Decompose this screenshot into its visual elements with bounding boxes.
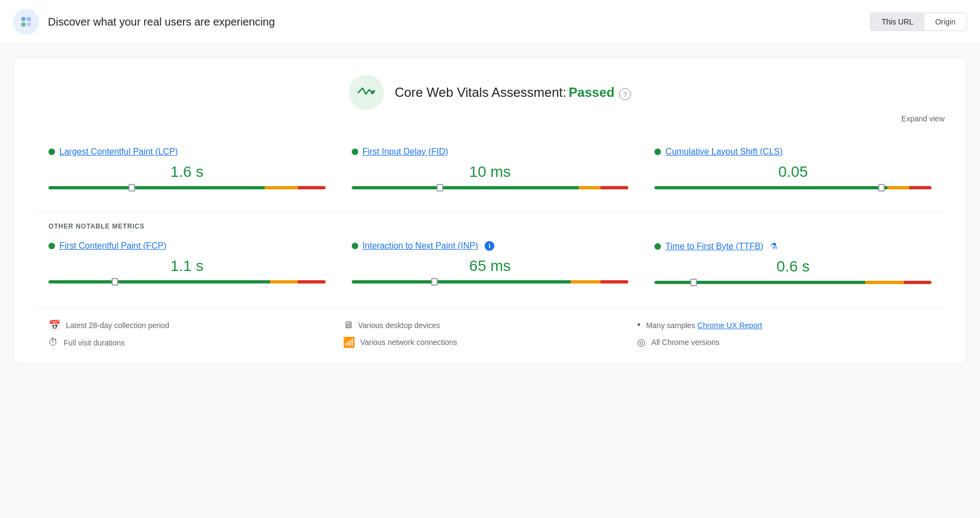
footer-text-2-1: Various desktop devices [358,321,440,330]
gauge-cls [654,186,932,189]
metric-value-cls: 0.05 [654,163,932,181]
metric-name-fcp: First Contentful Paint (FCP) [48,241,326,251]
footer-icon-2-2: 📶 [343,336,355,348]
green-dot-fcp [48,243,55,249]
metric-cell-lcp: Largest Contentful Paint (LCP)1.6 s [35,136,339,202]
cwv-label: Core Web Vitals Assessment: [395,85,566,100]
gauge-fid [352,186,629,189]
metric-name-ttfb: Time to First Byte (TTFB)⚗ [654,241,932,251]
footer-col-3: •Many samples Chrome UX Report◎All Chrom… [637,319,932,348]
gauge-marker-fid [437,184,443,192]
page-title: Discover what your real users are experi… [48,16,275,28]
footer-icon-2-1: 🖥 [343,319,353,331]
metric-cell-cls: Cumulative Layout Shift (CLS)0.05 [641,136,945,202]
footer-item-3-1: •Many samples Chrome UX Report [637,319,932,331]
svg-point-0 [21,17,26,21]
green-dot-cls [654,149,661,155]
metric-cell-ttfb: Time to First Byte (TTFB)⚗0.6 s [641,230,945,297]
gauge-marker-ttfb [690,279,697,286]
gauge-ttfb [654,281,932,284]
metric-link-ttfb[interactable]: Time to First Byte (TTFB) [665,242,763,251]
metric-link-fid[interactable]: First Input Delay (FID) [363,147,448,157]
metric-link-cls[interactable]: Cumulative Layout Shift (CLS) [665,147,782,157]
metric-name-inp: Interaction to Next Paint (INP)i [352,241,629,251]
svg-point-5 [372,90,375,92]
metric-value-fcp: 1.1 s [48,257,326,275]
footer-divider [35,308,945,309]
footer-text-3-1: Many samples Chrome UX Report [646,321,762,330]
cwv-status: Passed [569,85,615,100]
other-metrics-grid: First Contentful Paint (FCP)1.1 sInterac… [35,230,945,297]
top-bar-left: Discover what your real users are experi… [13,9,275,35]
url-toggle: This URL Origin [870,13,967,31]
metric-cell-fcp: First Contentful Paint (FCP)1.1 s [35,230,339,297]
cwv-assessment-text: Core Web Vitals Assessment: Passed ? [395,85,631,101]
footer-item-3-2: ◎All Chrome versions [637,336,932,348]
footer-item-1-1: 📅Latest 28-day collection period [48,319,343,331]
gauge-marker-inp [431,278,438,286]
cwv-icon [349,75,384,110]
gauge-lcp [48,186,326,189]
metric-link-lcp[interactable]: Largest Contentful Paint (LCP) [59,147,178,157]
metric-value-lcp: 1.6 s [48,163,326,181]
footer: 📅Latest 28-day collection period⏱Full vi… [35,319,945,348]
this-url-button[interactable]: This URL [871,13,924,30]
gauge-marker-cls [878,184,885,192]
logo-icon [13,9,39,35]
metric-value-inp: 65 ms [352,257,629,275]
footer-text-1-1: Latest 28-day collection period [66,321,169,330]
footer-item-1-2: ⏱Full visit durations [48,337,343,348]
gauge-marker-lcp [128,184,135,192]
footer-text-1-2: Full visit durations [64,338,125,347]
info-badge-inp[interactable]: i [485,241,494,251]
footer-icon-3-1: • [637,319,640,331]
footer-link-3-1[interactable]: Chrome UX Report [697,321,762,330]
footer-icon-3-2: ◎ [637,336,646,348]
footer-text-2-2: Various network connections [360,338,457,347]
top-bar: Discover what your real users are experi… [0,0,980,44]
metric-value-fid: 10 ms [352,163,629,181]
green-dot-inp [352,243,358,249]
metric-value-ttfb: 0.6 s [654,258,932,275]
other-metrics-label: OTHER NOTABLE METRICS [48,223,932,230]
metric-cell-fid: First Input Delay (FID)10 ms [339,136,642,202]
svg-point-3 [27,22,31,27]
svg-point-2 [21,22,26,27]
footer-item-2-2: 📶Various network connections [343,336,638,348]
expand-view[interactable]: Expand view [35,114,945,123]
divider [35,211,945,212]
green-dot-fid [352,149,358,155]
flask-icon-ttfb: ⚗ [770,241,777,251]
cwv-card: Core Web Vitals Assessment: Passed ? Exp… [13,57,967,364]
metric-link-inp[interactable]: Interaction to Next Paint (INP) [363,241,479,251]
metric-cell-inp: Interaction to Next Paint (INP)i65 ms [339,230,642,297]
metric-link-fcp[interactable]: First Contentful Paint (FCP) [59,241,167,251]
footer-col-1: 📅Latest 28-day collection period⏱Full vi… [48,319,343,348]
green-dot-ttfb [654,243,661,250]
footer-icon-1-1: 📅 [48,319,60,331]
green-dot-lcp [48,149,55,155]
origin-button[interactable]: Origin [924,13,966,30]
core-metrics-grid: Largest Contentful Paint (LCP)1.6 sFirst… [35,136,945,202]
main-content: Core Web Vitals Assessment: Passed ? Exp… [0,44,980,377]
metric-name-fid: First Input Delay (FID) [352,147,629,157]
footer-item-2-1: 🖥Various desktop devices [343,319,638,331]
gauge-inp [352,280,629,283]
cwv-header: Core Web Vitals Assessment: Passed ? [35,75,945,110]
gauge-fcp [48,280,326,283]
gauge-marker-fcp [112,278,118,286]
footer-col-2: 🖥Various desktop devices📶Various network… [343,319,638,348]
metric-name-cls: Cumulative Layout Shift (CLS) [654,147,932,157]
footer-text-3-2: All Chrome versions [651,338,719,347]
metric-name-lcp: Largest Contentful Paint (LCP) [48,147,326,157]
cwv-help-icon[interactable]: ? [619,88,631,100]
svg-point-1 [27,17,31,21]
footer-icon-1-2: ⏱ [48,337,58,348]
